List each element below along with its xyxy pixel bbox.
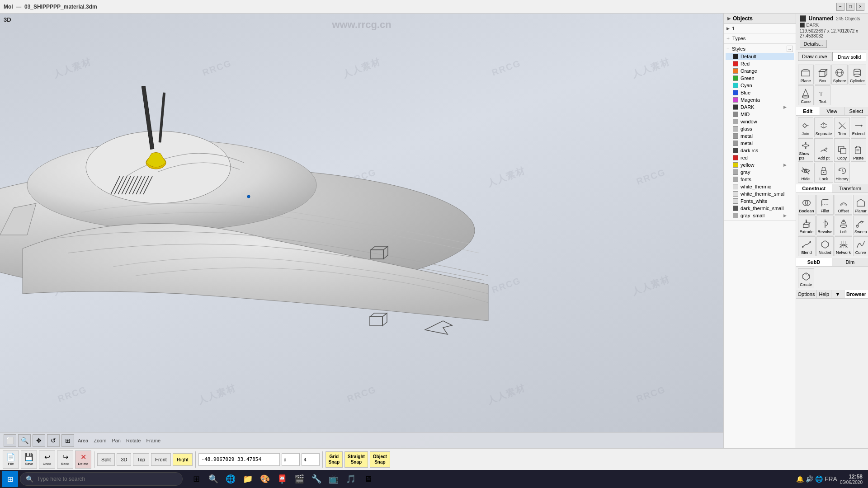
- style-item-6[interactable]: Magenta: [726, 96, 794, 103]
- copy-tool[interactable]: Copy: [834, 138, 849, 162]
- view-right-button[interactable]: Right: [173, 453, 193, 466]
- extrude-tool[interactable]: Extrude: [798, 216, 816, 235]
- planar-tool[interactable]: Planar: [853, 195, 868, 215]
- object-snap-button[interactable]: Object Snap: [370, 451, 390, 468]
- lock-tool[interactable]: Lock: [814, 163, 834, 183]
- extend-tool[interactable]: Extend: [851, 117, 866, 137]
- add-pt-tool[interactable]: Add pt: [814, 138, 834, 162]
- style-item-11[interactable]: metal: [726, 132, 794, 140]
- sphere-tool[interactable]: Sphere: [831, 65, 848, 84]
- offset-tool[interactable]: Offset: [835, 195, 852, 215]
- history-tool[interactable]: History: [834, 163, 849, 183]
- style-item-10[interactable]: glass: [726, 125, 794, 132]
- grid-snap-button[interactable]: Grid Snap: [326, 451, 343, 468]
- show-pts-tool[interactable]: Show pts: [798, 138, 813, 162]
- style-item-21[interactable]: dark_thermic_small: [726, 205, 794, 212]
- taskbar-app-0[interactable]: ⊞: [188, 471, 204, 487]
- types-header[interactable]: + Types: [726, 34, 794, 42]
- curve-tool[interactable]: Curve: [853, 236, 868, 256]
- style-item-22[interactable]: gray_small▶: [726, 212, 794, 219]
- join-tool[interactable]: Join: [798, 117, 813, 137]
- taskbar-app-6[interactable]: 🎬: [291, 471, 307, 487]
- taskbar-search-input[interactable]: [37, 476, 177, 482]
- objects-1-header[interactable]: ▶ 1: [726, 25, 794, 32]
- styles-export-btn[interactable]: →: [787, 46, 793, 52]
- d-input[interactable]: [282, 453, 300, 466]
- subd-tab[interactable]: SubD: [796, 258, 832, 266]
- redo-button[interactable]: ↪ Redo: [57, 450, 73, 469]
- fillet-tool[interactable]: Fillet: [816, 195, 834, 215]
- transform-tab[interactable]: Transform: [832, 184, 868, 192]
- style-item-17[interactable]: fonts: [726, 176, 794, 183]
- view-front-button[interactable]: Front: [151, 453, 171, 466]
- more-tab[interactable]: ▼: [831, 290, 844, 298]
- style-item-19[interactable]: white_thermic_small: [726, 190, 794, 197]
- style-item-13[interactable]: dark rcs: [726, 147, 794, 154]
- delete-button[interactable]: ✕ Delete: [75, 450, 91, 469]
- undo-button[interactable]: ↩ Undo: [39, 450, 55, 469]
- style-item-12[interactable]: metal: [726, 140, 794, 147]
- boolean-tool[interactable]: Boolean: [798, 195, 816, 215]
- pan-icon[interactable]: ✥: [33, 434, 45, 447]
- edit-tab[interactable]: Edit: [796, 107, 821, 115]
- text-tool[interactable]: T Text: [815, 85, 831, 105]
- save-button[interactable]: 💾 Save: [21, 450, 37, 469]
- minimize-button[interactable]: −: [836, 3, 844, 11]
- taskbar-app-4[interactable]: 🎨: [257, 471, 273, 487]
- style-item-1[interactable]: Red: [726, 60, 794, 67]
- taskbar-app-10[interactable]: 🖥: [360, 471, 376, 487]
- style-item-14[interactable]: red: [726, 154, 794, 161]
- separate-tool[interactable]: Separate: [814, 117, 834, 137]
- plane-tool[interactable]: Plane: [798, 65, 814, 84]
- hide-tool[interactable]: Hide: [798, 163, 813, 183]
- cylinder-tool[interactable]: Cylinder: [849, 65, 866, 84]
- taskbar-app-3[interactable]: 📁: [240, 471, 256, 487]
- frame-icon[interactable]: ⊞: [61, 434, 74, 447]
- view-top-button[interactable]: Top: [133, 453, 149, 466]
- zoom-icon[interactable]: 🔍: [18, 434, 31, 447]
- view-tab[interactable]: View: [820, 107, 844, 115]
- blend-tool[interactable]: Blend: [798, 236, 816, 256]
- close-button[interactable]: ×: [856, 3, 864, 11]
- styles-header[interactable]: − Styles →: [726, 45, 794, 53]
- style-item-16[interactable]: gray: [726, 169, 794, 176]
- taskbar-app-7[interactable]: 🔧: [308, 471, 325, 487]
- taskbar-search-box[interactable]: 🔍: [20, 472, 183, 486]
- style-item-18[interactable]: white_thermic: [726, 183, 794, 190]
- sweep-tool[interactable]: Sweep: [853, 216, 868, 235]
- style-item-3[interactable]: Green: [726, 75, 794, 82]
- draw-curve-tab[interactable]: Draw curve: [798, 52, 832, 61]
- rotate-icon[interactable]: ↺: [47, 434, 60, 447]
- style-item-2[interactable]: Orange: [726, 67, 794, 75]
- area-icon[interactable]: ⬜: [4, 434, 16, 447]
- nsided-tool[interactable]: Nsided: [816, 236, 834, 256]
- paste-tool[interactable]: Paste: [851, 138, 866, 162]
- start-button[interactable]: ⊞: [2, 471, 18, 487]
- box-tool[interactable]: Box: [815, 65, 831, 84]
- style-item-20[interactable]: Fonts_white: [726, 197, 794, 205]
- create-tool[interactable]: Create: [798, 268, 814, 288]
- options-tab[interactable]: Options: [796, 290, 817, 298]
- style-item-9[interactable]: window: [726, 118, 794, 125]
- help-tab[interactable]: Help: [817, 290, 831, 298]
- taskbar-app-5[interactable]: 📮: [274, 471, 290, 487]
- style-item-0[interactable]: Default: [726, 53, 794, 60]
- draw-solid-tab[interactable]: Draw solid: [832, 52, 866, 61]
- view-3d-button[interactable]: 3D: [117, 453, 131, 466]
- style-item-5[interactable]: Blue: [726, 89, 794, 96]
- style-item-4[interactable]: Cyan: [726, 82, 794, 89]
- split-button[interactable]: Split: [97, 453, 115, 466]
- num-input[interactable]: [302, 453, 320, 466]
- maximize-button[interactable]: □: [846, 3, 854, 11]
- taskbar-app-9[interactable]: 🎵: [343, 471, 359, 487]
- viewport-3d[interactable]: 3D www.rrcg.cn 人人素材 RRCG 人人素材 RRCG 人人素材 …: [0, 14, 723, 448]
- style-item-15[interactable]: yellow▶: [726, 161, 794, 169]
- select-tab[interactable]: Select: [844, 107, 868, 115]
- cone-tool[interactable]: Cone: [798, 85, 814, 105]
- taskbar-app-8[interactable]: 📺: [326, 471, 342, 487]
- straight-snap-button[interactable]: Straight Snap: [344, 451, 368, 468]
- dim-tab[interactable]: Dim: [832, 258, 868, 266]
- style-item-7[interactable]: DARK▶: [726, 103, 794, 111]
- revolve-tool[interactable]: Revolve: [816, 216, 834, 235]
- loft-tool[interactable]: Loft: [835, 216, 852, 235]
